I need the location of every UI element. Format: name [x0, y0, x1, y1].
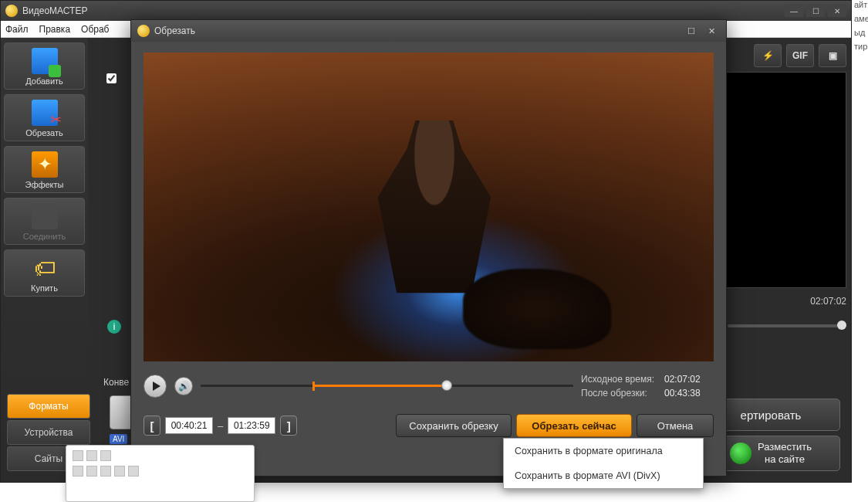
- sidebar-join-button[interactable]: Соединить: [4, 198, 85, 245]
- cut-icon: [32, 100, 58, 126]
- timeline-knob[interactable]: [441, 380, 452, 391]
- trim-dialog: Обрезать ☐ ✕ 🔊 Исходное время:02:07:02 П…: [130, 19, 727, 477]
- sidebar-effects-label: Эффекты: [25, 180, 63, 189]
- dropdown-save-avi[interactable]: Сохранить в формате AVI (DivX): [504, 463, 703, 488]
- screenshot-button[interactable]: ▣: [819, 44, 846, 67]
- info-icon[interactable]: i: [107, 320, 121, 334]
- publish-label: Разместить на сайте: [758, 441, 812, 465]
- dialog-close-button[interactable]: ✕: [703, 25, 720, 37]
- effects-icon: [32, 151, 58, 178]
- set-start-button[interactable]: [: [144, 416, 160, 436]
- maximize-button[interactable]: ☐: [806, 5, 825, 17]
- src-time-label: Исходное время:: [581, 372, 664, 386]
- sidebar-cut-label: Обрезать: [25, 128, 63, 137]
- sound-button[interactable]: 🔊: [174, 377, 193, 395]
- app-title: ВидеоМАСТЕР: [22, 5, 87, 16]
- src-time-value: 02:07:02: [664, 374, 701, 385]
- timeline[interactable]: [201, 380, 573, 392]
- tab-devices[interactable]: Устройства: [7, 420, 90, 445]
- set-end-button[interactable]: ]: [280, 416, 297, 436]
- globe-icon: [730, 443, 751, 464]
- join-icon: [32, 203, 58, 229]
- speed-button[interactable]: ⚡: [754, 44, 782, 67]
- trim-now-button[interactable]: Обрезать сейчас: [516, 414, 632, 437]
- sidebar-cut-button[interactable]: Обрезать: [4, 94, 85, 141]
- trim-row: [ – ] Сохранить обрезку Обрезать сейчас …: [144, 414, 714, 437]
- dialog-app-icon: [137, 25, 150, 37]
- after-time-value: 00:43:38: [664, 388, 701, 399]
- timeline-active: [312, 385, 447, 387]
- app-icon: [5, 5, 18, 17]
- side-frag-2: аме: [853, 14, 868, 28]
- minimize-button[interactable]: —: [785, 5, 803, 17]
- start-time-input[interactable]: [165, 417, 213, 434]
- video-preview[interactable]: [144, 53, 714, 361]
- main-titlebar: ВидеоМАСТЕР — ☐ ✕: [1, 1, 851, 21]
- time-dash: –: [218, 420, 223, 432]
- play-button[interactable]: [144, 375, 167, 398]
- dialog-title: Обрезать: [154, 25, 195, 36]
- convert-label: Конве: [103, 377, 129, 388]
- video-rocks: [463, 269, 611, 349]
- item-checkbox-row: [106, 73, 117, 86]
- dropdown-save-original[interactable]: Сохранить в формате оригинала: [504, 439, 703, 463]
- timeline-start-marker[interactable]: [312, 382, 315, 391]
- side-frag-4: тир: [853, 42, 868, 56]
- background-page-fragment: айт аме ыд тир: [853, 0, 868, 56]
- close-button[interactable]: ✕: [828, 5, 846, 17]
- taskbar-preview[interactable]: [66, 445, 255, 502]
- cancel-button[interactable]: Отмена: [637, 414, 714, 437]
- volume-slider[interactable]: [728, 324, 846, 327]
- sidebar-buy-button[interactable]: Купить: [4, 249, 85, 297]
- dialog-body: 🔊 Исходное время:02:07:02 После обрезки:…: [131, 42, 726, 476]
- side-frag-1: айт: [853, 0, 868, 14]
- dialog-maximize-button[interactable]: ☐: [683, 25, 700, 37]
- end-time-input[interactable]: [228, 417, 275, 434]
- volume-knob[interactable]: [837, 321, 846, 330]
- sidebar-effects-button[interactable]: Эффекты: [4, 146, 85, 193]
- buy-icon: [32, 255, 58, 281]
- gif-button[interactable]: GIF: [786, 44, 814, 67]
- dialog-titlebar: Обрезать ☐ ✕: [131, 20, 726, 42]
- after-time-label: После обрезки:: [581, 386, 664, 400]
- sidebar-buy-label: Купить: [31, 283, 58, 293]
- menu-process[interactable]: Обраб: [81, 24, 109, 35]
- side-frag-3: ыд: [853, 28, 868, 42]
- trim-now-dropdown: Сохранить в формате оригинала Сохранить …: [503, 438, 704, 489]
- playback-controls: 🔊 Исходное время:02:07:02 После обрезки:…: [144, 372, 714, 400]
- item-checkbox[interactable]: [106, 73, 117, 83]
- menu-file[interactable]: Файл: [5, 24, 29, 35]
- add-icon: [32, 48, 58, 74]
- menu-edit[interactable]: Правка: [39, 24, 71, 35]
- sidebar-add-label: Добавить: [25, 76, 63, 86]
- sidebar-add-button[interactable]: Добавить: [4, 42, 85, 90]
- sidebar-join-label: Соединить: [23, 232, 66, 241]
- format-caption: AVI: [110, 434, 127, 444]
- tab-formats[interactable]: Форматы: [7, 394, 90, 419]
- time-info: Исходное время:02:07:02 После обрезки:00…: [581, 372, 714, 400]
- save-trim-button[interactable]: Сохранить обрезку: [396, 414, 512, 437]
